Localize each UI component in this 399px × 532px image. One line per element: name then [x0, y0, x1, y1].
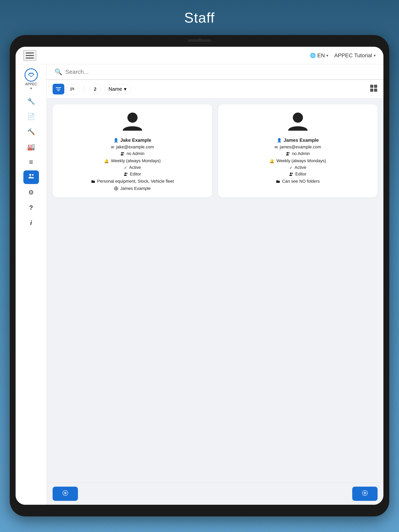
svg-point-13: [127, 113, 138, 123]
language-selector[interactable]: 🌐 EN ▾: [310, 52, 328, 59]
svg-point-21: [293, 113, 303, 123]
logo-chevron-icon: ▾: [30, 86, 32, 90]
logo-area[interactable]: APPEC ▾: [24, 68, 38, 90]
svg-point-14: [121, 152, 123, 154]
logo-label: APPEC: [25, 82, 37, 86]
james-folders-row: Can see NO folders: [223, 179, 373, 184]
jake-supervisor-row: James Example: [57, 186, 207, 192]
sidebar-item-documents[interactable]: 📄: [23, 110, 39, 123]
grid-view-button[interactable]: [370, 84, 378, 94]
svg-point-0: [25, 69, 37, 81]
sidebar-nav: 🔧 📄 🔨 🏭 ≡: [16, 95, 46, 230]
svg-point-25: [292, 173, 293, 174]
svg-point-1: [29, 174, 31, 176]
james-avatar: [286, 110, 309, 133]
jake-folders-row: Personal equipment, Stock, Vehicle fleet: [57, 179, 207, 184]
svg-rect-11: [370, 89, 373, 92]
filter-button[interactable]: [53, 84, 64, 95]
james-folder-icon: [276, 179, 280, 184]
svg-point-2: [32, 174, 33, 176]
svg-rect-4: [57, 89, 60, 89]
staff-icon: [28, 173, 35, 182]
james-email: james@example.com: [280, 145, 321, 150]
svg-rect-3: [56, 87, 61, 88]
james-role: Editor: [295, 171, 306, 177]
jake-info: 👤 Jake Example ✉ jake@example.com: [57, 138, 207, 192]
settings-icon: ⚙: [28, 189, 34, 196]
account-label: APPEC Tutorial: [334, 52, 372, 59]
search-input-wrap: 🔍: [55, 68, 376, 76]
bottom-right-icon: [362, 490, 368, 496]
sort-label: Name: [109, 86, 122, 92]
grid-icon: [370, 84, 378, 92]
sort-chevron-icon: ▾: [124, 86, 126, 92]
page-title: Staff: [0, 10, 399, 26]
svg-rect-9: [370, 85, 373, 88]
search-icon: 🔍: [55, 68, 62, 76]
jake-role: Editor: [130, 171, 141, 177]
jake-supervisor: James Example: [120, 186, 151, 191]
james-name: James Example: [284, 138, 319, 143]
search-bar: 🔍: [47, 64, 383, 80]
svg-point-15: [123, 152, 124, 153]
jake-check-icon: ✓: [124, 165, 127, 170]
language-label: EN: [317, 52, 325, 59]
jake-folders: Personal equipment, Stock, Vehicle fleet: [97, 179, 174, 184]
james-role-row: Editor: [223, 171, 373, 177]
list-icon: ≡: [29, 158, 33, 166]
search-input[interactable]: [65, 69, 376, 75]
sidebar-item-settings[interactable]: ⚙: [23, 186, 39, 199]
filter-divider: [84, 84, 84, 94]
jake-schedule-row: 🔔 Weekly (always Mondays): [57, 158, 207, 163]
info-icon: i: [30, 219, 32, 227]
sidebar-item-staff[interactable]: [23, 170, 39, 184]
bottom-left-button[interactable]: [53, 487, 78, 501]
james-info: 👤 James Example ✉ james@example.com: [223, 138, 373, 184]
top-bar: 🌐 EN ▾ APPEC Tutorial ▾: [16, 47, 383, 64]
jake-schedule: Weekly (always Mondays): [111, 158, 161, 163]
sort-icon: [69, 86, 75, 92]
sort-button[interactable]: [66, 84, 78, 95]
staff-grid: 👤 Jake Example ✉ jake@example.com: [47, 99, 383, 482]
sidebar: APPEC ▾ 🔧 📄 🔨: [16, 64, 47, 505]
jake-admin: no Admin: [127, 151, 145, 156]
sidebar-item-factory[interactable]: 🏭: [23, 140, 39, 154]
hamburger-button[interactable]: [23, 50, 36, 61]
filter-group: [53, 84, 78, 95]
svg-point-22: [287, 152, 288, 154]
james-name-row: 👤 James Example: [223, 138, 373, 143]
sort-dropdown[interactable]: Name ▾: [104, 84, 130, 94]
top-bar-right: 🌐 EN ▾ APPEC Tutorial ▾: [310, 52, 376, 59]
staff-card-jake[interactable]: 👤 Jake Example ✉ jake@example.com: [53, 104, 212, 197]
jake-admin-row: no Admin: [57, 151, 207, 157]
james-bell-icon: 🔔: [270, 159, 274, 163]
jake-bell-icon: 🔔: [104, 159, 109, 163]
bottom-right-button[interactable]: [352, 487, 378, 501]
bottom-left-icon: [62, 490, 68, 496]
count-badge: 2: [90, 84, 101, 95]
svg-rect-10: [374, 85, 377, 88]
sidebar-item-tools[interactable]: 🔧: [23, 95, 39, 108]
tablet-frame: 🌐 EN ▾ APPEC Tutorial ▾: [10, 35, 389, 516]
james-role-icon: [289, 172, 293, 177]
jake-status-row: ✓ Active: [57, 165, 207, 170]
sidebar-item-help[interactable]: ?: [23, 201, 39, 214]
jake-email: jake@example.com: [116, 145, 154, 150]
svg-point-24: [290, 172, 291, 174]
james-status: Active: [295, 165, 306, 170]
tablet-screen: 🌐 EN ▾ APPEC Tutorial ▾: [16, 47, 383, 505]
account-selector[interactable]: APPEC Tutorial ▾: [334, 52, 376, 59]
documents-icon: 📄: [27, 113, 35, 120]
staff-card-james[interactable]: 👤 James Example ✉ james@example.com: [218, 104, 378, 197]
filter-lines-icon: [56, 87, 61, 92]
jake-person-icon: 👤: [114, 138, 118, 143]
sidebar-item-info[interactable]: i: [23, 216, 39, 230]
hammer-icon: 🔨: [27, 128, 35, 135]
james-schedule: Weekly (always Mondays): [276, 158, 326, 163]
filter-bar: 2 Name ▾: [47, 80, 383, 99]
svg-point-17: [126, 173, 127, 174]
sidebar-item-list[interactable]: ≡: [23, 155, 39, 169]
sidebar-item-hammer[interactable]: 🔨: [23, 125, 39, 139]
jake-folder-icon: [91, 179, 95, 184]
jake-name-row: 👤 Jake Example: [57, 138, 207, 143]
